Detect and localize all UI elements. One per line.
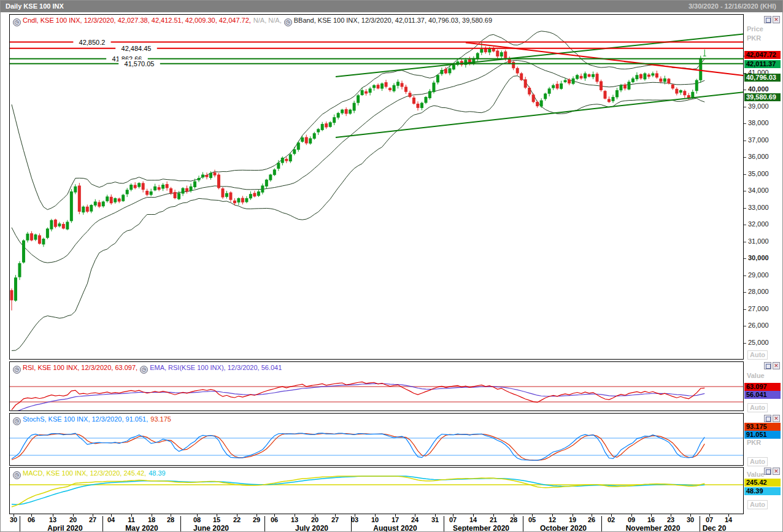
x-axis-date-label: 03: [351, 516, 358, 523]
price-tick-dash: [744, 242, 746, 242]
x-axis-date-label: 13: [49, 516, 56, 523]
x-axis-date-label: 04: [107, 516, 115, 523]
price-axis-badge: 42,047.72: [744, 51, 781, 59]
macd-axis-title: Value: [747, 471, 765, 478]
legend-segment-macd-0[interactable]: MACD, KSE 100 INX, 12/3/2020, 245.42,: [23, 469, 146, 477]
stoch-close-icon[interactable]: ✕: [773, 415, 780, 422]
x-axis-date-label: 20: [311, 516, 318, 523]
x-axis-date-label: 23: [667, 516, 674, 523]
indicator-clock-icon[interactable]: ◷: [13, 471, 21, 479]
price-tick-dash: [744, 225, 746, 225]
price-close-icon[interactable]: ✕: [773, 16, 780, 23]
indicator-clock-icon[interactable]: ◷: [13, 18, 21, 26]
x-axis-month-separator: [20, 516, 20, 531]
price-tick-label: 27,000: [748, 305, 769, 312]
price-tick-label: 37,000: [748, 136, 769, 144]
x-axis-date-label: 22: [233, 516, 241, 523]
legend-segment-rsi-1[interactable]: EMA, RSI(KSE 100 INX), 12/3/2020, 56.041: [150, 364, 282, 371]
macd-auto-scale-button[interactable]: Auto: [747, 500, 768, 509]
x-axis-month-label: April 2020: [47, 524, 82, 532]
indicator-clock-icon[interactable]: ◷: [284, 18, 292, 26]
x-axis-month-separator: [444, 516, 444, 531]
price-tick-dash: [744, 276, 746, 276]
legend-segment-price-1[interactable]: N/A, N/A,: [253, 17, 282, 24]
legend-segment-macd-1[interactable]: 48.39: [148, 469, 166, 477]
macd-close-icon[interactable]: ✕: [773, 468, 780, 475]
price-tick-label: 30,000: [748, 254, 769, 261]
price-tick-dash: [744, 343, 746, 344]
stoch-auto-scale-button[interactable]: Auto: [747, 457, 768, 466]
x-axis-month-separator: [601, 516, 602, 531]
price-axis-title: PKR: [747, 34, 761, 42]
x-axis-month-label: September 2020: [453, 524, 509, 532]
price-tick-label: 35,000: [748, 170, 769, 177]
indicator-clock-icon[interactable]: ◷: [13, 417, 21, 425]
legend-segment-rsi-0[interactable]: RSI, KSE 100 INX, 12/3/2020, 63.097,: [23, 364, 137, 371]
legend-segment-stoch-1[interactable]: 93.175: [150, 415, 171, 423]
x-axis-date-label: 19: [569, 516, 576, 523]
stoch-axis-title: PKR: [747, 439, 761, 446]
indicator-clock-icon[interactable]: ◷: [13, 366, 21, 374]
x-axis-date-label: 27: [89, 516, 96, 523]
x-axis-month-separator: [102, 516, 103, 531]
price-tick-dash: [744, 174, 746, 175]
price-tick-dash: [744, 208, 746, 209]
price-tick-dash: [744, 309, 746, 310]
price-tick-label: 38,000: [748, 119, 769, 126]
x-axis-date-label: 17: [392, 516, 399, 523]
legend-segment-stoch-0[interactable]: StochS, KSE 100 INX, 12/3/2020, 91.051,: [23, 415, 148, 423]
price-axis-badge: 39,580.69: [744, 93, 781, 101]
x-axis-date-label: 28: [167, 516, 174, 523]
stochastic-legend: ◷StochS, KSE 100 INX, 12/3/2020, 91.051,…: [13, 415, 174, 425]
stoch-axis-badge: 93.175: [744, 423, 781, 431]
x-axis-date-label: 18: [148, 516, 155, 523]
price-tick-dash: [744, 107, 746, 107]
x-axis-month-label: May 2020: [125, 524, 158, 532]
x-axis-month-separator: [700, 516, 700, 531]
x-axis-date-label: 30: [687, 516, 694, 523]
x-axis-month-label: October 2020: [540, 524, 587, 532]
stoch-axis-badge: 91.051: [744, 431, 781, 439]
x-axis-date-label: 07: [449, 516, 457, 523]
price-legend: ◷Cndl, KSE 100 INX, 12/3/2020, 42,027.38…: [13, 17, 495, 26]
price-tick-dash: [744, 258, 746, 259]
price-panel: 42,850.242,484.4541,862.6641,570.05 ◷Cnd…: [9, 14, 744, 360]
x-axis-date-label: 06: [28, 516, 35, 523]
x-axis-date-label: 14: [469, 516, 477, 523]
x-axis-date-label: 10: [371, 516, 379, 523]
x-axis-date-label: 13: [291, 516, 298, 523]
legend-segment-price-2[interactable]: BBand, KSE 100 INX, 12/3/2020, 42,011.37…: [294, 17, 492, 24]
rsi-axis-badge: 56.041: [744, 391, 781, 399]
rsi-close-icon[interactable]: ✕: [773, 362, 780, 369]
macd-restore-icon[interactable]: [764, 468, 771, 475]
legend-segment-price-0[interactable]: Cndl, KSE 100 INX, 12/3/2020, 42,027.38,…: [23, 17, 251, 24]
x-axis-date-label: 07: [706, 516, 713, 523]
price-tick-label: 26,000: [748, 322, 769, 329]
price-tick-label: 25,000: [748, 339, 769, 346]
rsi-auto-scale-button[interactable]: Auto: [747, 403, 768, 412]
price-axis-badge: 42,011.37: [744, 60, 781, 68]
rsi-axis-title: Value: [747, 372, 765, 379]
rsi-restore-icon[interactable]: [764, 362, 771, 369]
price-restore-icon[interactable]: [764, 16, 771, 23]
macd-axis-badge: 245.42: [744, 479, 781, 487]
price-auto-scale-button[interactable]: Auto: [747, 350, 768, 360]
stoch-restore-icon[interactable]: [764, 415, 771, 422]
x-axis-date-label: 20: [69, 516, 77, 523]
price-tick-label: 29,000: [748, 271, 769, 279]
x-axis-date-label: 21: [490, 516, 497, 523]
x-axis-month-label: November 2020: [626, 524, 681, 532]
macd-legend: ◷MACD, KSE 100 INX, 12/3/2020, 245.42,48…: [13, 469, 168, 479]
rsi-legend: ◷RSI, KSE 100 INX, 12/3/2020, 63.097,◷EM…: [13, 364, 284, 374]
price-tick-dash: [744, 90, 746, 90]
price-line-label: 42,850.2: [79, 39, 106, 46]
x-axis-date-label: 29: [253, 516, 260, 523]
x-axis-month-label: August 2020: [373, 524, 417, 532]
x-axis-month-separator: [523, 516, 523, 531]
indicator-clock-icon[interactable]: ◷: [140, 366, 148, 374]
window-titlebar[interactable]: Daily KSE 100 INX 3/30/2020 - 12/16/2020…: [1, 1, 782, 12]
price-chart-canvas[interactable]: 42,850.242,484.4541,862.6641,570.05: [10, 15, 743, 359]
x-axis-month-label: June 2020: [193, 524, 229, 532]
x-axis-month-separator: [351, 516, 352, 531]
x-axis-date-label: 27: [331, 516, 339, 523]
